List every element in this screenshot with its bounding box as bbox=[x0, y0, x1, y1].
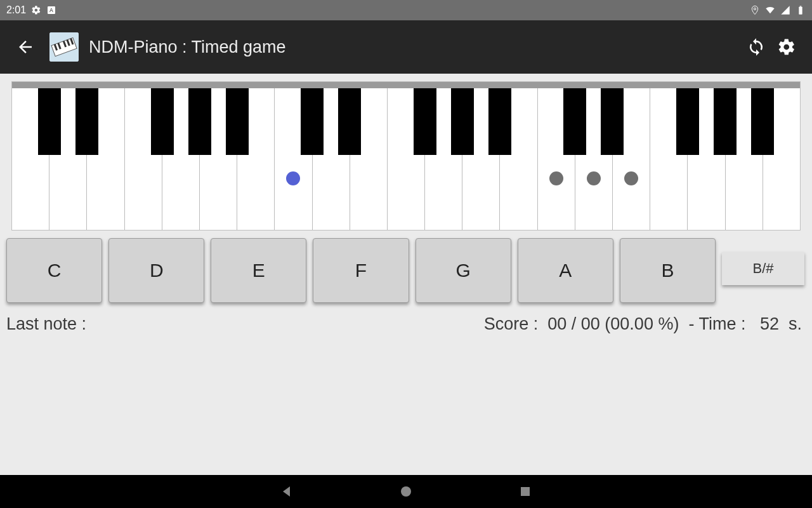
accidental-toggle-button[interactable]: B/# bbox=[722, 252, 804, 285]
black-key[interactable] bbox=[188, 88, 211, 155]
app-icon bbox=[49, 32, 79, 62]
target-note-marker bbox=[286, 171, 300, 185]
time-label: Time : bbox=[698, 314, 745, 333]
hint-note-marker bbox=[587, 171, 601, 185]
black-key[interactable] bbox=[563, 88, 586, 155]
language-icon: A bbox=[46, 5, 56, 15]
note-button-g[interactable]: G bbox=[416, 238, 511, 303]
svg-text:A: A bbox=[49, 7, 54, 13]
nav-home-button[interactable] bbox=[397, 483, 415, 500]
status-left: 2:01 A bbox=[6, 4, 56, 16]
nav-back-button[interactable] bbox=[278, 483, 296, 500]
score-total: 00 bbox=[581, 314, 600, 333]
last-note-label: Last note : bbox=[6, 314, 86, 333]
note-button-d[interactable]: D bbox=[108, 238, 204, 303]
battery-icon bbox=[796, 5, 806, 15]
black-key[interactable] bbox=[226, 88, 249, 155]
black-key[interactable] bbox=[301, 88, 324, 155]
black-key[interactable] bbox=[714, 88, 737, 155]
android-nav-bar bbox=[0, 475, 812, 508]
hint-note-marker bbox=[549, 171, 563, 185]
gear-icon bbox=[31, 5, 41, 15]
page-title: NDM-Piano : Timed game bbox=[89, 37, 732, 57]
back-button[interactable] bbox=[11, 33, 39, 61]
piano-area bbox=[0, 74, 812, 231]
score-percent: 00.00 % bbox=[610, 314, 673, 333]
svg-rect-3 bbox=[799, 7, 802, 15]
black-key[interactable] bbox=[75, 88, 98, 155]
note-button-b[interactable]: B bbox=[620, 238, 716, 303]
location-icon bbox=[750, 5, 760, 15]
black-key[interactable] bbox=[488, 88, 511, 155]
last-note: Last note : bbox=[6, 314, 86, 334]
svg-rect-4 bbox=[800, 6, 802, 6]
black-key[interactable] bbox=[151, 88, 174, 155]
android-status-bar: 2:01 A bbox=[0, 0, 812, 20]
black-key[interactable] bbox=[601, 88, 624, 155]
score-label: Score : bbox=[484, 314, 539, 333]
wifi-icon bbox=[765, 5, 775, 15]
nav-recent-icon bbox=[518, 484, 533, 499]
refresh-button[interactable] bbox=[742, 33, 770, 61]
note-buttons-row: C D E F G A B B/# bbox=[0, 231, 812, 303]
nav-recent-button[interactable] bbox=[516, 483, 534, 500]
signal-icon bbox=[780, 5, 790, 15]
svg-point-2 bbox=[754, 8, 756, 10]
time-unit: s. bbox=[789, 314, 802, 333]
black-key[interactable] bbox=[38, 88, 61, 155]
black-key[interactable] bbox=[338, 88, 361, 155]
settings-button[interactable] bbox=[773, 33, 801, 61]
piano-top-strip bbox=[12, 82, 800, 88]
black-key[interactable] bbox=[451, 88, 474, 155]
score-correct: 00 bbox=[547, 314, 566, 333]
time-value: 52 bbox=[760, 314, 779, 333]
score-time: Score : 00 / 00 (00.00 %) - Time : 52 s. bbox=[484, 314, 802, 334]
action-bar: NDM-Piano : Timed game bbox=[0, 20, 812, 74]
hint-note-marker bbox=[624, 171, 638, 185]
black-key[interactable] bbox=[751, 88, 774, 155]
nav-home-icon bbox=[398, 484, 414, 499]
black-key[interactable] bbox=[414, 88, 436, 155]
svg-rect-13 bbox=[521, 487, 530, 496]
gear-icon bbox=[777, 37, 796, 57]
note-button-e[interactable]: E bbox=[211, 238, 306, 303]
black-key[interactable] bbox=[676, 88, 699, 155]
status-right bbox=[750, 5, 806, 15]
note-button-f[interactable]: F bbox=[313, 238, 409, 303]
sync-icon bbox=[747, 37, 766, 57]
arrow-left-icon bbox=[16, 37, 35, 57]
main-content: C D E F G A B B/# Last note : Score : 00… bbox=[0, 74, 812, 475]
note-button-a[interactable]: A bbox=[518, 238, 613, 303]
svg-point-12 bbox=[401, 486, 411, 497]
note-button-c[interactable]: C bbox=[6, 238, 102, 303]
nav-back-icon bbox=[279, 484, 294, 499]
status-line: Last note : Score : 00 / 00 (00.00 %) - … bbox=[0, 303, 812, 334]
piano-keyboard bbox=[11, 81, 801, 231]
status-clock: 2:01 bbox=[6, 4, 26, 16]
